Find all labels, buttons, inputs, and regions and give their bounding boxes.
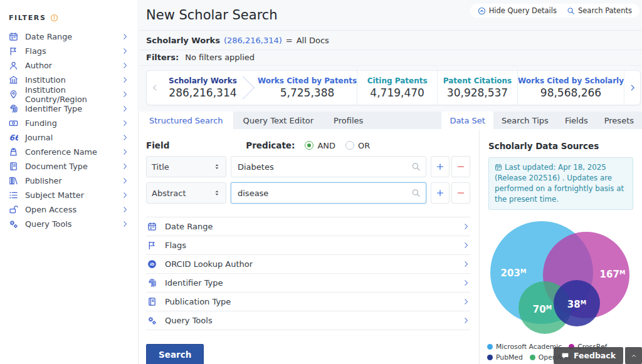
query-input-wrap-1 (231, 156, 426, 177)
sidebar-item-funding[interactable]: Funding (0, 116, 138, 130)
predicate-label: Predicate: (246, 140, 295, 150)
sidebar-item-journal[interactable]: 66 Journal (0, 130, 138, 145)
field-select-1[interactable]: Title (146, 156, 226, 177)
data-set-panel: Scholarly Data Sources Last updated: Apr… (479, 129, 642, 364)
carousel-prev-button[interactable] (147, 71, 163, 105)
query-input-wrap-2 (231, 182, 426, 204)
hide-query-details-button[interactable]: Hide Query Details (478, 6, 557, 15)
sidebar-item-query-tools[interactable]: Query Tools (0, 217, 138, 231)
accordion-query-tools[interactable]: Query Tools (146, 311, 470, 330)
tab-data-set[interactable]: Data Set (441, 112, 493, 129)
stat-works-cited-by-scholarly[interactable]: Works Cited by Scholarly 98,568,266 (517, 71, 624, 105)
chevron-right-icon (628, 83, 637, 92)
stats-carousel: Scholarly Works 286,216,314 Works Cited … (146, 70, 641, 105)
chevron-right-icon (462, 222, 470, 231)
sidebar-item-date-range[interactable]: Date Range (0, 29, 138, 44)
stat-patent-citations[interactable]: Patent Citations 30,928,537 (437, 71, 517, 105)
search-icon (411, 189, 421, 198)
circle-up-icon (478, 7, 486, 15)
chevron-right-icon (121, 177, 129, 185)
collection-value: All Docs (297, 36, 329, 45)
chevron-right-icon (121, 148, 129, 156)
last-updated-notice: Last updated: Apr 18, 2025 (Release 2025… (488, 157, 633, 210)
search-patents-button[interactable]: Search Patents (567, 6, 632, 15)
chevron-right-icon (121, 133, 129, 142)
collection-count-link[interactable]: (286,216,314) (224, 36, 282, 45)
add-row-button-1[interactable] (431, 156, 450, 177)
sidebar-item-open-access[interactable]: Open Access (0, 202, 138, 217)
chevron-right-icon (121, 47, 129, 55)
info-icon[interactable] (50, 14, 58, 22)
tab-profiles[interactable]: Profiles (324, 112, 373, 129)
chevron-right-icon (121, 162, 129, 170)
accordion-publication-type[interactable]: Publication Type (146, 293, 470, 311)
sidebar-item-flags[interactable]: Flags (0, 44, 138, 58)
tab-query-text-editor[interactable]: Query Text Editor (233, 112, 324, 129)
document-icon (147, 297, 157, 306)
legend-dot-icon (487, 344, 493, 350)
accordion-orcid-lookup-author[interactable]: iD ORCID Lookup Author (146, 255, 470, 274)
tab-search-tips[interactable]: Search Tips (493, 112, 557, 129)
radio-unselected-icon (345, 141, 354, 150)
predicate-or-radio[interactable]: OR (345, 141, 370, 150)
chevron-right-icon (121, 33, 129, 41)
predicate-and-radio[interactable]: AND (305, 141, 335, 150)
stat-citing-patents[interactable]: Citing Patents 4,719,470 (357, 71, 437, 105)
search-tabs: Structured SearchQuery Text EditorProfil… (139, 112, 373, 129)
remove-row-button-1[interactable] (451, 156, 470, 177)
tab-presets[interactable]: Presets (596, 112, 642, 129)
document-icon (9, 162, 18, 171)
svg-text:iD: iD (150, 262, 154, 266)
orcid-icon: iD (147, 259, 157, 269)
gears-icon (147, 316, 157, 325)
chevron-right-icon (462, 316, 470, 325)
add-row-button-2[interactable] (431, 182, 450, 204)
collapse-feedback-button[interactable] (625, 347, 642, 364)
map-pin-icon (9, 90, 18, 99)
carousel-next-button[interactable] (624, 71, 640, 105)
list-icon (9, 190, 18, 200)
query-row-2: Abstract (146, 182, 479, 204)
sidebar-item-document-type[interactable]: Document Type (0, 159, 138, 174)
sidebar-item-publisher[interactable]: Publisher (0, 174, 138, 188)
fingerprint-icon (9, 104, 18, 113)
filters-list: Date Range Flags Author Institution Inst… (0, 29, 138, 231)
query-actions: Hide Query Details Search Patents (470, 4, 639, 18)
flag-icon (147, 241, 157, 250)
accordion-identifier-type[interactable]: Identifier Type (146, 274, 470, 293)
query-input-2[interactable] (231, 182, 426, 204)
tab-structured-search[interactable]: Structured Search (139, 112, 233, 129)
legend-dot-icon (530, 355, 535, 360)
podium-icon (9, 147, 18, 157)
query-input-1[interactable] (231, 156, 426, 177)
stat-works-cited-by-patents[interactable]: Works Cited by Patents 5,725,388 (258, 71, 357, 105)
chevron-right-icon (121, 61, 129, 70)
info-tabs: Data SetSearch TipsFieldsPresets (441, 112, 642, 129)
sidebar-item-identifier-type[interactable]: Identifier Type (0, 101, 138, 116)
chevron-right-icon (121, 191, 129, 199)
remove-row-button-2[interactable] (451, 182, 470, 204)
banknote-icon (9, 118, 18, 128)
stat-scholarly-works[interactable]: Scholarly Works 286,216,314 (163, 71, 243, 105)
caret-up-icon (630, 352, 638, 360)
sidebar-item-institution-country-region[interactable]: Institution Country/Region (0, 87, 138, 101)
updown-icon (213, 163, 221, 170)
chevron-left-icon (150, 83, 159, 92)
tab-fields[interactable]: Fields (557, 112, 596, 129)
filters-sidebar: FILTERS Date Range Flags Author Institut… (0, 0, 139, 364)
sidebar-item-conference-name[interactable]: Conference Name (0, 145, 138, 159)
sidebar-item-subject-matter[interactable]: Subject Matter (0, 188, 138, 202)
field-label: Field (146, 140, 169, 150)
search-button[interactable]: Search (146, 344, 204, 364)
chevron-right-icon (121, 119, 129, 127)
accordion-date-range[interactable]: Date Range (146, 217, 470, 236)
minus-icon (456, 162, 465, 171)
stat-arrow-separator (243, 71, 258, 105)
sidebar-item-author[interactable]: Author (0, 58, 138, 73)
field-select-2[interactable]: Abstract (146, 182, 226, 204)
accordion-flags[interactable]: Flags (146, 236, 470, 255)
radio-selected-icon (305, 141, 313, 150)
query-row-1: Title (146, 156, 479, 177)
feedback-button[interactable]: Feedback (554, 347, 623, 364)
data-sources-heading: Scholarly Data Sources (488, 141, 633, 151)
